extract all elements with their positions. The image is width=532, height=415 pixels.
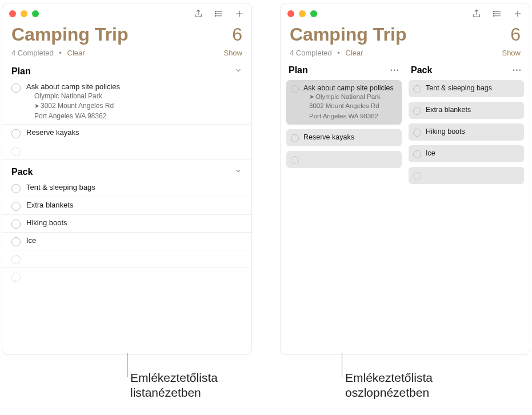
caption-line1: Emlékeztetőlista (130, 370, 218, 385)
reminder-row[interactable]: Ask about camp site policies Olympic Nat… (2, 79, 251, 125)
close-window-button[interactable] (9, 10, 16, 17)
complete-toggle[interactable] (11, 83, 21, 93)
clear-button[interactable]: Clear (67, 49, 85, 57)
separator-dot: • (59, 49, 62, 57)
svg-point-0 (215, 11, 216, 13)
caption-list-view: Emlékeztetőlista listanézetben (130, 370, 218, 401)
separator-dot: • (337, 49, 340, 57)
complete-toggle[interactable] (11, 202, 21, 211)
new-reminder-circle-icon (291, 156, 299, 164)
window-controls (9, 10, 39, 17)
complete-toggle[interactable] (413, 85, 421, 93)
complete-toggle[interactable] (291, 85, 299, 93)
view-options-icon[interactable] (214, 9, 224, 19)
svg-point-5 (493, 15, 494, 17)
chevron-down-icon[interactable] (234, 66, 242, 77)
svg-point-3 (493, 11, 494, 13)
complete-toggle[interactable] (11, 237, 21, 246)
column-header-pack[interactable]: Pack ··· (409, 63, 524, 80)
reminder-card[interactable]: Ice (409, 145, 524, 162)
location-icon: ➤ (309, 93, 314, 101)
more-options-icon[interactable]: ··· (390, 65, 399, 75)
reminder-card[interactable]: Hiking boots (409, 123, 524, 141)
new-reminder-circle-icon (11, 273, 21, 282)
minimize-window-button[interactable] (21, 10, 27, 17)
reminder-title: Ice (26, 236, 242, 245)
reminder-row[interactable]: Extra blankets (2, 197, 251, 215)
section-header-plan[interactable]: Plan (2, 63, 251, 79)
list-subheader: 4 Completed • Clear Show (281, 47, 530, 63)
new-reminder-circle-icon (413, 172, 421, 180)
new-reminder-card[interactable] (409, 167, 524, 184)
complete-toggle[interactable] (11, 184, 21, 193)
toolbar (193, 9, 245, 19)
add-reminder-icon[interactable] (234, 9, 245, 19)
titlebar (281, 3, 530, 24)
reminder-title: Tent & sleeping bags (26, 183, 242, 191)
clear-button[interactable]: Clear (346, 49, 363, 57)
column-plan: Plan ··· Ask about camp site policies ➤O… (286, 63, 402, 189)
reminder-address-line1: 3002 Mount Angeles Rd (303, 102, 397, 111)
svg-point-1 (215, 13, 216, 14)
location-icon: ➤ (34, 102, 39, 110)
reminder-title: Tent & sleeping bags (426, 84, 519, 92)
reminder-row[interactable]: Ice (2, 233, 251, 250)
reminder-row[interactable]: Hiking boots (2, 215, 251, 233)
new-reminder-placeholder[interactable] (2, 250, 251, 268)
add-reminder-icon[interactable] (513, 9, 523, 19)
reminder-card[interactable]: Reserve kayaks (286, 129, 402, 146)
complete-toggle[interactable] (413, 150, 421, 158)
reminder-title: Ask about camp site policies (303, 84, 397, 92)
new-reminder-placeholder[interactable] (2, 268, 251, 285)
titlebar (2, 3, 251, 24)
column-title: Pack (411, 65, 432, 75)
complete-toggle[interactable] (11, 220, 21, 229)
reminders-window-list-view: Camping Trip 6 4 Completed • Clear Show … (2, 3, 251, 354)
complete-toggle[interactable] (291, 134, 299, 142)
reminder-title: Hiking boots (26, 218, 242, 227)
completed-count: 4 Completed (11, 49, 54, 57)
new-reminder-circle-icon (11, 147, 21, 156)
reminder-title: Extra blankets (26, 201, 242, 209)
complete-toggle[interactable] (413, 129, 421, 137)
reminder-row[interactable]: Reserve kayaks (2, 125, 251, 142)
list-title: Camping Trip (290, 24, 406, 45)
column-header-plan[interactable]: Plan ··· (286, 63, 402, 80)
share-icon[interactable] (193, 9, 203, 19)
reminder-card[interactable]: Tent & sleeping bags (409, 80, 524, 97)
callout-line (127, 353, 127, 377)
show-completed-button[interactable]: Show (502, 49, 521, 57)
minimize-window-button[interactable] (299, 10, 306, 17)
view-options-icon[interactable] (492, 9, 502, 19)
complete-toggle[interactable] (11, 129, 21, 138)
reminder-title: Ice (426, 149, 519, 157)
list-subheader: 4 Completed • Clear Show (2, 47, 251, 63)
share-icon[interactable] (471, 9, 482, 19)
callout-line (342, 353, 342, 377)
reminder-title: Reserve kayaks (303, 133, 397, 141)
zoom-window-button[interactable] (310, 10, 317, 17)
caption-line2: listanézetben (130, 385, 218, 400)
svg-point-4 (493, 13, 494, 14)
chevron-down-icon[interactable] (234, 167, 242, 177)
new-reminder-circle-icon (11, 255, 21, 264)
new-reminder-card[interactable] (286, 151, 402, 168)
close-window-button[interactable] (287, 10, 294, 17)
reminder-title: Hiking boots (426, 127, 519, 135)
reminder-address-line1: 3002 Mount Angeles Rd (41, 102, 114, 110)
reminder-card[interactable]: Extra blankets (409, 102, 524, 119)
list-count: 6 (232, 24, 242, 45)
zoom-window-button[interactable] (32, 10, 39, 17)
section-header-pack[interactable]: Pack (2, 163, 251, 179)
reminder-address-line2: Port Angeles WA 98362 (303, 112, 397, 121)
list-title: Camping Trip (11, 24, 128, 45)
window-controls (287, 10, 317, 17)
more-options-icon[interactable]: ··· (513, 65, 522, 75)
new-reminder-placeholder[interactable] (2, 142, 251, 160)
complete-toggle[interactable] (413, 107, 421, 115)
list-header: Camping Trip 6 (281, 24, 530, 47)
show-completed-button[interactable]: Show (223, 49, 242, 57)
list-header: Camping Trip 6 (2, 24, 251, 47)
reminder-row[interactable]: Tent & sleeping bags (2, 179, 251, 197)
reminder-card[interactable]: Ask about camp site policies ➤Olympic Na… (286, 80, 402, 125)
